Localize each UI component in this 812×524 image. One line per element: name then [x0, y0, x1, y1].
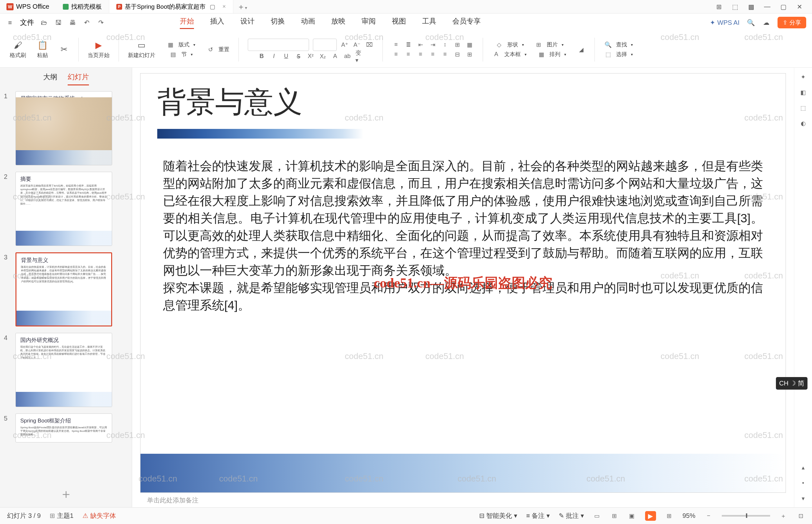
close-icon[interactable]: × [222, 3, 226, 10]
print-icon[interactable]: 🖶 [68, 18, 77, 27]
slide-thumb-4[interactable]: 国内外研究概况 现在我们这个社会飞速发展的时代，无论是生活还是工作，都离不开计算… [15, 333, 112, 407]
wps-ai-button[interactable]: ✦WPS AI [710, 19, 740, 27]
search-icon[interactable]: 🔍 [747, 18, 755, 27]
slide-thumb-3[interactable]: 背景与意义 随着社会的快速发展，计算机技术的影响是全面且深入的。目前，社会的各种… [15, 252, 112, 326]
tab-slideshow[interactable]: 放映 [331, 16, 345, 29]
align-vert-icon[interactable]: ⊟ [453, 50, 461, 59]
italic-icon[interactable]: I [270, 52, 278, 61]
font-color-icon[interactable]: A [331, 52, 339, 61]
panel-tab-slides[interactable]: 幻灯片 [68, 72, 89, 85]
slide-body[interactable]: 随着社会的快速发展，计算机技术的影响是全面且深入的。目前，社会的各种类型的网站越… [163, 157, 763, 314]
rail-up-icon[interactable]: ▴ [799, 463, 808, 472]
minimize-icon[interactable]: — [764, 3, 771, 10]
rail-star-icon[interactable]: ✦ [799, 73, 808, 81]
tab-member[interactable]: 会员专享 [452, 16, 481, 29]
numbering-icon[interactable]: ≣ [404, 40, 412, 49]
smartart-icon[interactable]: ⊞ [465, 50, 474, 59]
file-menu[interactable]: 文件 [20, 18, 34, 28]
status-missing-fonts[interactable]: ⚠ 缺失字体 [82, 511, 116, 520]
highlight-icon[interactable]: ab [343, 52, 351, 61]
zoom-minus-icon[interactable]: − [705, 512, 713, 520]
thumb-row[interactable]: 4 国内外研究概况 现在我们这个社会飞速发展的时代，无论是生活还是工作，都离不开… [4, 333, 128, 407]
beautify-button[interactable]: ⊟ 智能美化 ▾ [479, 511, 517, 520]
rail-dot-icon[interactable]: • [799, 479, 808, 487]
thumbnails[interactable]: 1 易家宜超市云购物系统ppt 2 摘要 易家宜超市云购物系统采用了B/S结构，… [0, 88, 132, 480]
view-normal-icon[interactable]: ▭ [593, 512, 601, 520]
app-menu-icon[interactable]: ⊞ [715, 3, 723, 11]
box-icon[interactable]: ⬚ [731, 3, 739, 11]
change-case-icon[interactable]: 变▾ [355, 52, 364, 61]
tab-present-icon[interactable]: ▢ [208, 3, 217, 11]
font-size-select[interactable] [313, 39, 337, 51]
close-window-icon[interactable]: ✕ [796, 3, 803, 11]
tab-document[interactable]: P 基于Spring Boot的易家宜超市 ▢ × [109, 0, 233, 13]
tab-transition[interactable]: 切换 [271, 16, 285, 29]
from-current-group[interactable]: ▶当页开始 [84, 32, 113, 67]
subscript-icon[interactable]: X₂ [319, 52, 327, 61]
bullets-icon[interactable]: ≡ [392, 40, 400, 49]
align-left-icon[interactable]: ≡ [392, 50, 400, 59]
zoom-out-icon[interactable]: ⊞ [665, 512, 674, 520]
tab-view[interactable]: 视图 [392, 16, 406, 29]
rail-anim-icon[interactable]: ◐ [799, 119, 808, 128]
tab-design[interactable]: 设计 [241, 16, 254, 29]
rail-object-icon[interactable]: ⬚ [799, 104, 808, 112]
slide-thumb-5[interactable]: Spring Boot框架介绍 Spring Boot是由Pivotal团队提供… [15, 413, 112, 442]
font-select[interactable] [248, 39, 309, 51]
review-toggle[interactable]: ✎ 批注 ▾ [559, 511, 584, 520]
indent-dec-icon[interactable]: ⇤ [416, 40, 425, 49]
ime-indicator[interactable]: CH ☽ 简 [776, 377, 808, 390]
thumb-row[interactable]: 2 摘要 易家宜超市云购物系统采用了B/S结构，前端采用小程序，后端采用spri… [4, 172, 128, 246]
avatar-icon[interactable]: ▩ [748, 3, 755, 11]
status-theme[interactable]: ⊞ 主题1 [50, 511, 73, 520]
bold-icon[interactable]: B [258, 52, 266, 61]
slide-canvas[interactable]: 背景与意义 随着社会的快速发展，计算机技术的影响是全面且深入的。目前，社会的各种… [140, 73, 785, 492]
tab-insert[interactable]: 插入 [210, 16, 224, 29]
thumb-row[interactable]: 5 Spring Boot框架介绍 Spring Boot是由Pivotal团队… [4, 413, 128, 442]
superscript-icon[interactable]: X² [306, 52, 315, 61]
redo-icon[interactable]: ↷ [97, 18, 105, 27]
thumb-row[interactable]: 1 易家宜超市云购物系统ppt [4, 91, 128, 165]
indent-inc-icon[interactable]: ⇥ [429, 40, 437, 49]
rail-design-icon[interactable]: ◧ [799, 88, 808, 97]
thumb-row[interactable]: 3 背景与意义 随着社会的快速发展，计算机技术的影响是全面且深入的。目前，社会的… [4, 252, 128, 326]
rail-down-icon[interactable]: ▾ [799, 494, 808, 503]
align-center-icon[interactable]: ≡ [404, 50, 412, 59]
distribute-icon[interactable]: ≡ [441, 50, 449, 59]
notes-toggle[interactable]: ≡ 备注 ▾ [526, 511, 550, 520]
slide-thumb-1[interactable]: 易家宜超市云购物系统ppt [15, 91, 112, 165]
justify-icon[interactable]: ≡ [429, 50, 437, 59]
undo-icon[interactable]: ↶ [82, 18, 91, 27]
new-slide-group[interactable]: ▭新建幻灯片 [124, 32, 159, 67]
add-slide-button[interactable]: ＋ [0, 480, 132, 507]
slide-title[interactable]: 背景与意义 [157, 82, 302, 122]
view-sorter-icon[interactable]: ⊞ [610, 512, 619, 520]
clear-format-icon[interactable]: ⌧ [365, 40, 374, 49]
zoom-plus-icon[interactable]: ＋ [779, 512, 788, 520]
tab-animation[interactable]: 动画 [301, 16, 315, 29]
reset-group[interactable]: ↺重置 [202, 32, 233, 67]
decrease-font-icon[interactable]: A⁻ [353, 40, 361, 49]
zoom-slider[interactable] [722, 515, 770, 517]
paste-group[interactable]: 📋粘贴 [33, 32, 52, 67]
view-reading-icon[interactable]: ▣ [628, 512, 636, 520]
strike-icon[interactable]: S̶ [294, 52, 302, 61]
slide-thumb-2[interactable]: 摘要 易家宜超市云购物系统采用了B/S结构，前端采用小程序，后端采用spring… [15, 172, 112, 246]
columns-icon[interactable]: ▦ [465, 40, 474, 49]
save-icon[interactable]: 🖫 [54, 18, 63, 27]
tab-home[interactable]: 开始 [180, 16, 194, 29]
format-painter-group[interactable]: 🖌格式刷 [6, 32, 30, 67]
fit-icon[interactable]: ⊡ [797, 512, 805, 520]
cloud-icon[interactable]: ☁ [762, 18, 770, 27]
play-button[interactable]: ▶ [645, 511, 656, 521]
notes-pane[interactable]: 单击此处添加备注 [140, 492, 785, 507]
cut-group[interactable]: ✂ [55, 32, 73, 67]
maximize-icon[interactable]: ▢ [780, 3, 787, 11]
zoom-value[interactable]: 95% [682, 512, 695, 520]
line-height-icon[interactable]: ↕ [441, 40, 449, 49]
increase-font-icon[interactable]: A⁺ [341, 40, 349, 49]
open-icon[interactable]: 🗁 [40, 18, 48, 27]
underline-icon[interactable]: U [282, 52, 290, 61]
share-button[interactable]: ⇪分享 [778, 17, 806, 28]
tab-tools[interactable]: 工具 [422, 16, 436, 29]
